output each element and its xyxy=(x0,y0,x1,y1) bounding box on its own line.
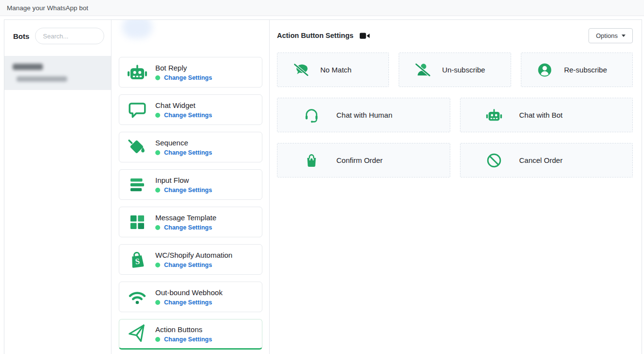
panel-header: Action Button Settings Options xyxy=(277,28,633,43)
action-row-1: No Match Un-subscribe Re-subscribe xyxy=(277,53,633,87)
grid-icon xyxy=(127,212,148,233)
action-card-cancel-order[interactable]: Cancel Order xyxy=(460,143,633,177)
main-container: Bots Bot Reply Change Settings xyxy=(4,19,642,354)
feature-card-action-buttons[interactable]: Action Buttons Change Settings xyxy=(119,319,262,350)
feature-card-body: Out-bound Webhook Change Settings xyxy=(155,288,222,306)
change-settings-link[interactable]: Change Settings xyxy=(164,262,212,268)
action-label: Un-subscribe xyxy=(442,66,485,74)
action-card-confirm-order[interactable]: Confirm Order xyxy=(277,143,450,177)
feature-title: Sequence xyxy=(155,139,212,147)
robot-icon xyxy=(127,62,148,83)
change-settings-link[interactable]: Change Settings xyxy=(164,74,212,81)
status-dot xyxy=(155,113,160,118)
change-settings-link[interactable]: Change Settings xyxy=(164,299,212,306)
page-title: Manage your WhatsApp bot xyxy=(7,4,88,12)
user-slash-icon xyxy=(414,61,431,78)
change-settings-link[interactable]: Change Settings xyxy=(164,224,212,231)
feature-card-outbound-webhook[interactable]: Out-bound Webhook Change Settings xyxy=(119,282,262,312)
action-row-3: Confirm Order Cancel Order xyxy=(277,143,633,177)
panel-title: Action Button Settings xyxy=(277,32,353,39)
bot-list-item[interactable] xyxy=(4,56,111,90)
shopify-bag-icon: S xyxy=(127,249,148,270)
feature-title: Action Buttons xyxy=(155,325,212,334)
change-settings-link[interactable]: Change Settings xyxy=(164,149,212,156)
feature-title: Input Flow xyxy=(155,176,212,184)
bots-heading: Bots xyxy=(13,32,29,40)
action-card-no-match[interactable]: No Match xyxy=(277,53,389,87)
action-label: Cancel Order xyxy=(519,156,563,164)
feature-title: Message Template xyxy=(155,213,217,222)
feature-list: Bot Reply Change Settings Chat Widget Ch… xyxy=(111,20,270,354)
redacted-bot-name xyxy=(13,64,43,70)
chat-bubble-icon xyxy=(127,99,148,121)
options-button[interactable]: Options xyxy=(589,28,633,43)
action-card-re-subscribe[interactable]: Re-subscribe xyxy=(521,53,633,87)
shopping-bag-icon xyxy=(303,152,320,169)
status-dot xyxy=(155,225,160,230)
paper-plane-icon xyxy=(127,323,148,345)
feature-card-bot-reply[interactable]: Bot Reply Change Settings xyxy=(119,57,262,88)
action-button-settings-panel: Action Button Settings Options No Match xyxy=(270,20,642,354)
feature-card-chat-widget[interactable]: Chat Widget Change Settings xyxy=(119,94,262,125)
feature-card-body: Input Flow Change Settings xyxy=(155,176,212,194)
status-dot xyxy=(155,188,160,193)
bars-icon xyxy=(127,174,148,195)
user-circle-icon xyxy=(536,61,553,78)
action-card-chat-with-human[interactable]: Chat with Human xyxy=(277,98,450,132)
feature-card-body: Action Buttons Change Settings xyxy=(155,325,212,343)
top-bar: Manage your WhatsApp bot xyxy=(0,0,644,16)
search-input[interactable] xyxy=(35,28,104,44)
sidebar-header: Bots xyxy=(4,20,111,44)
status-dot xyxy=(155,263,160,267)
robot-icon xyxy=(486,106,503,124)
feature-card-body: Chat Widget Change Settings xyxy=(155,101,212,119)
feature-card-input-flow[interactable]: Input Flow Change Settings xyxy=(119,169,262,200)
change-settings-link[interactable]: Change Settings xyxy=(164,112,212,119)
action-row-2: Chat with Human Chat with Bot xyxy=(277,98,633,132)
change-settings-link[interactable]: Change Settings xyxy=(164,336,212,343)
status-dot xyxy=(155,337,160,342)
action-label: Confirm Order xyxy=(336,156,383,164)
status-dot xyxy=(155,75,160,80)
options-button-label: Options xyxy=(596,32,618,39)
action-label: Chat with Bot xyxy=(519,111,563,119)
paint-fill-icon xyxy=(127,137,148,158)
headset-icon xyxy=(303,106,320,124)
wifi-icon xyxy=(127,286,148,308)
feature-card-sequence[interactable]: Sequence Change Settings xyxy=(119,132,262,162)
feature-card-shopify-automation[interactable]: S WC/Shopify Automation Change Settings xyxy=(119,244,262,275)
bots-sidebar: Bots xyxy=(4,20,111,354)
action-card-un-subscribe[interactable]: Un-subscribe xyxy=(399,53,511,87)
feature-title: WC/Shopify Automation xyxy=(155,251,232,259)
action-card-chat-with-bot[interactable]: Chat with Bot xyxy=(460,98,633,132)
video-camera-icon[interactable] xyxy=(359,32,370,40)
redacted-bot-phone xyxy=(17,76,67,82)
feature-title: Bot Reply xyxy=(155,64,212,72)
feature-title: Chat Widget xyxy=(155,101,212,109)
feature-card-body: Message Template Change Settings xyxy=(155,213,217,231)
comment-slash-icon xyxy=(293,61,310,78)
change-settings-link[interactable]: Change Settings xyxy=(164,187,212,194)
action-label: No Match xyxy=(320,66,351,74)
feature-card-body: Bot Reply Change Settings xyxy=(155,64,212,81)
feature-card-body: Sequence Change Settings xyxy=(155,139,212,156)
feature-card-message-template[interactable]: Message Template Change Settings xyxy=(119,207,262,237)
feature-card-body: WC/Shopify Automation Change Settings xyxy=(155,251,232,268)
action-label: Chat with Human xyxy=(336,111,392,119)
ban-icon xyxy=(486,152,503,169)
action-label: Re-subscribe xyxy=(564,66,607,74)
blurred-avatar xyxy=(122,19,152,38)
status-dot xyxy=(155,300,160,305)
feature-title: Out-bound Webhook xyxy=(155,288,222,297)
caret-down-icon xyxy=(622,35,626,37)
status-dot xyxy=(155,150,160,155)
